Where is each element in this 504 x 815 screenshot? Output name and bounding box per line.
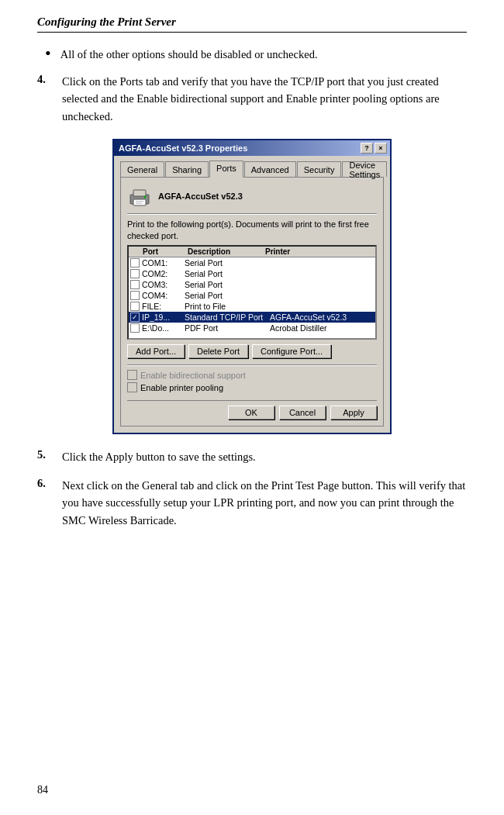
port-val-com3: COM3: bbox=[142, 280, 185, 289]
win-dialog: AGFA-AccuSet v52.3 Properties ? × Genera… bbox=[112, 139, 392, 434]
step-5: 5. Click the Apply button to save the se… bbox=[37, 448, 467, 465]
separator-2 bbox=[127, 364, 377, 366]
step-4: 4. Click on the Ports tab and verify tha… bbox=[37, 73, 467, 125]
pooling-checkbox[interactable] bbox=[127, 382, 137, 392]
port-checkbox-com4[interactable] bbox=[130, 291, 140, 300]
pooling-row: Enable printer pooling bbox=[127, 382, 377, 392]
printer-header: AGFA-AccuSet v52.3 bbox=[127, 184, 377, 209]
tab-general[interactable]: General bbox=[120, 161, 164, 177]
port-action-buttons: Add Port... Delete Port Configure Port..… bbox=[127, 344, 377, 358]
tab-panel-ports: AGFA-AccuSet v52.3 Print to the followin… bbox=[120, 177, 384, 426]
port-row-com3[interactable]: COM3: Serial Port bbox=[129, 279, 375, 290]
dialog-footer-buttons: OK Cancel Apply bbox=[127, 400, 377, 420]
dialog-wrapper: AGFA-AccuSet v52.3 Properties ? × Genera… bbox=[37, 139, 467, 434]
printer-icon bbox=[127, 184, 152, 209]
tab-security[interactable]: Security bbox=[297, 161, 342, 177]
desc-val-com1: Serial Port bbox=[185, 258, 270, 268]
step-6: 6. Next click on the General tab and cli… bbox=[37, 477, 467, 529]
delete-port-button[interactable]: Delete Port bbox=[188, 344, 248, 358]
pooling-label: Enable printer pooling bbox=[140, 383, 223, 392]
port-val-com1: COM1: bbox=[142, 258, 185, 268]
add-port-button[interactable]: Add Port... bbox=[127, 344, 185, 358]
port-checkbox-com3[interactable] bbox=[130, 280, 140, 289]
ok-button[interactable]: OK bbox=[228, 406, 274, 420]
port-checkbox-ip19[interactable]: ✓ bbox=[130, 313, 140, 322]
tab-ports[interactable]: Ports bbox=[209, 161, 243, 178]
port-val-com2: COM2: bbox=[142, 269, 185, 278]
bidirectional-label: Enable bidirectional support bbox=[140, 371, 246, 380]
bullet-text: All of the other options should be disab… bbox=[60, 47, 318, 64]
port-row-com2[interactable]: COM2: Serial Port bbox=[129, 268, 375, 279]
close-button[interactable]: × bbox=[375, 143, 387, 154]
svg-rect-2 bbox=[133, 199, 146, 205]
bidirectional-checkbox[interactable] bbox=[127, 370, 137, 380]
port-checkbox-pdf[interactable] bbox=[130, 323, 140, 333]
tab-device-settings[interactable]: Device Settings bbox=[342, 161, 387, 177]
bidirectional-row: Enable bidirectional support bbox=[127, 370, 377, 380]
desc-val-com2: Serial Port bbox=[185, 269, 270, 278]
port-description: Print to the following port(s). Document… bbox=[127, 219, 377, 242]
page-title: Configuring the Print Server bbox=[37, 16, 467, 33]
dialog-tabs: General Sharing Ports Advanced Security … bbox=[120, 161, 384, 177]
tab-advanced[interactable]: Advanced bbox=[244, 161, 296, 177]
desc-val-ip19: Standard TCP/IP Port bbox=[185, 313, 270, 322]
win-title-buttons: ? × bbox=[361, 143, 387, 154]
dialog-content: General Sharing Ports Advanced Security … bbox=[114, 156, 390, 433]
port-row-com1[interactable]: COM1: Serial Port bbox=[129, 257, 375, 268]
col-header-port: Port bbox=[143, 247, 188, 256]
col-header-description: Description bbox=[188, 247, 265, 256]
printer-val-pdf: Acrobat Distiller bbox=[270, 323, 327, 333]
desc-val-com3: Serial Port bbox=[185, 280, 270, 289]
svg-rect-1 bbox=[133, 190, 146, 196]
port-row-com4[interactable]: COM4: Serial Port bbox=[129, 290, 375, 301]
port-checkbox-file[interactable] bbox=[130, 302, 140, 311]
svg-rect-3 bbox=[136, 201, 143, 202]
configure-port-button[interactable]: Configure Port... bbox=[252, 344, 331, 358]
printer-name-label: AGFA-AccuSet v52.3 bbox=[158, 192, 243, 201]
desc-val-file: Print to File bbox=[185, 302, 270, 311]
step-6-text: Next click on the General tab and click … bbox=[62, 477, 467, 529]
printer-val-ip19: AGFA-AccuSet v52.3 bbox=[270, 313, 347, 322]
desc-val-com4: Serial Port bbox=[185, 291, 270, 300]
step-4-text: Click on the Ports tab and verify that y… bbox=[62, 73, 467, 125]
tab-sharing[interactable]: Sharing bbox=[165, 161, 209, 177]
svg-point-5 bbox=[144, 196, 147, 199]
help-button[interactable]: ? bbox=[361, 143, 373, 154]
port-row-file[interactable]: FILE: Print to File bbox=[129, 301, 375, 312]
port-row-ip19[interactable]: ✓ IP_19... Standard TCP/IP Port AGFA-Acc… bbox=[129, 312, 375, 323]
step-4-number: 4. bbox=[37, 73, 59, 86]
bullet-item: • All of the other options should be dis… bbox=[45, 47, 467, 64]
port-val-ip19: IP_19... bbox=[142, 313, 185, 322]
svg-rect-4 bbox=[136, 203, 142, 205]
port-list-header: Port Description Printer bbox=[129, 247, 375, 257]
win-titlebar: AGFA-AccuSet v52.3 Properties ? × bbox=[114, 140, 390, 156]
port-val-pdf: E:\Do... bbox=[142, 323, 185, 333]
port-checkbox-com1[interactable] bbox=[130, 258, 140, 268]
port-val-com4: COM4: bbox=[142, 291, 185, 300]
apply-button[interactable]: Apply bbox=[330, 406, 377, 420]
col-header-printer: Printer bbox=[265, 247, 290, 256]
dialog-title: AGFA-AccuSet v52.3 Properties bbox=[119, 143, 247, 153]
step-6-number: 6. bbox=[37, 477, 59, 490]
cancel-button[interactable]: Cancel bbox=[279, 406, 326, 420]
page-footer-number: 84 bbox=[37, 784, 48, 796]
port-checkbox-com2[interactable] bbox=[130, 269, 140, 278]
bullet-dot: • bbox=[45, 43, 51, 64]
step-5-text: Click the Apply button to save the setti… bbox=[62, 448, 256, 465]
separator-1 bbox=[127, 213, 377, 215]
port-val-file: FILE: bbox=[142, 302, 185, 311]
step-5-number: 5. bbox=[37, 448, 59, 461]
port-list-container: Port Description Printer COM1: Serial Po… bbox=[127, 245, 377, 340]
port-row-pdf[interactable]: E:\Do... PDF Port Acrobat Distiller bbox=[129, 323, 375, 333]
desc-val-pdf: PDF Port bbox=[185, 323, 270, 333]
